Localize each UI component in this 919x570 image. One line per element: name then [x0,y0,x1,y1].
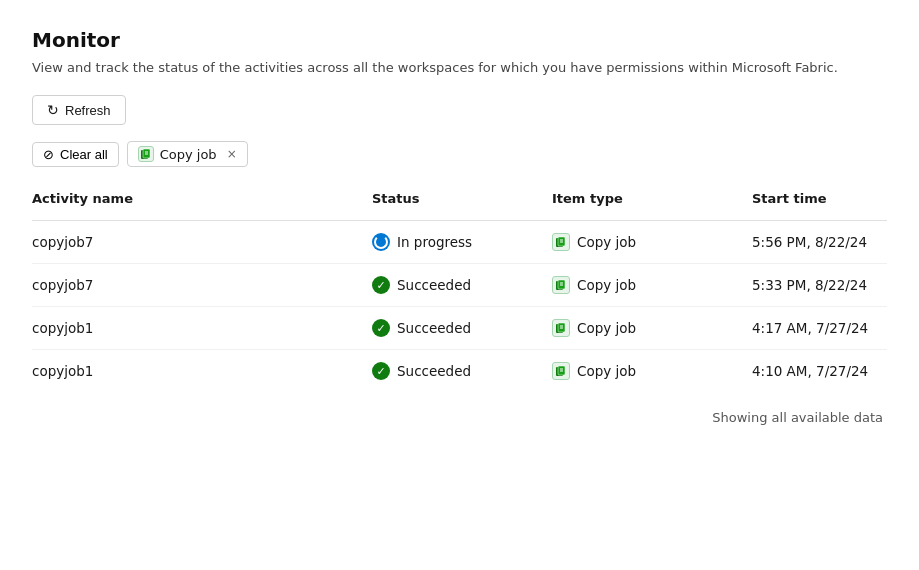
status-label: Succeeded [397,277,471,293]
succeeded-icon: ✓ [372,276,390,294]
activity-name-cell: copyjob7 [32,277,372,293]
page-title: Monitor [32,28,887,52]
status-cell: ✓Succeeded [372,276,552,294]
refresh-button[interactable]: ↻ Refresh [32,95,126,125]
status-cell: ✓Succeeded [372,319,552,337]
item-type-label: Copy job [577,234,636,250]
start-time-cell: 5:33 PM, 8/22/24 [752,277,919,293]
chip-label: Copy job [160,147,217,162]
copy-job-icon [552,276,570,294]
copy-job-filter-chip[interactable]: Copy job × [127,141,248,167]
toolbar: ↻ Refresh [32,95,887,125]
clear-all-label: Clear all [60,147,108,162]
header-status: Status [372,185,552,212]
table-row[interactable]: copyjob1✓Succeeded Copy job4:17 AM, 7/27… [32,307,887,350]
item-type-cell: Copy job [552,276,752,294]
item-type-cell: Copy job [552,362,752,380]
table-row[interactable]: copyjob7In progress Copy job5:56 PM, 8/2… [32,221,887,264]
header-item-type: Item type [552,185,752,212]
succeeded-icon: ✓ [372,362,390,380]
copy-job-icon [552,233,570,251]
page-container: Monitor View and track the status of the… [0,0,919,570]
table-row[interactable]: copyjob1✓Succeeded Copy job4:10 AM, 7/27… [32,350,887,392]
status-label: In progress [397,234,472,250]
table-header: Activity name Status Item type Start tim… [32,185,887,221]
footer-text: Showing all available data [32,410,887,425]
status-cell: In progress [372,233,552,251]
clear-all-button[interactable]: ⊘ Clear all [32,142,119,167]
status-label: Succeeded [397,363,471,379]
chip-close-button[interactable]: × [227,148,237,160]
activity-name-cell: copyjob1 [32,363,372,379]
copy-job-icon [552,319,570,337]
refresh-icon: ↻ [47,102,59,118]
item-type-label: Copy job [577,363,636,379]
start-time-cell: 4:10 AM, 7/27/24 [752,363,919,379]
succeeded-icon: ✓ [372,319,390,337]
header-activity-name: Activity name [32,185,372,212]
copy-job-icon [552,362,570,380]
table-body: copyjob7In progress Copy job5:56 PM, 8/2… [32,221,887,392]
item-type-label: Copy job [577,320,636,336]
item-type-cell: Copy job [552,319,752,337]
activity-table: Activity name Status Item type Start tim… [32,185,887,425]
status-cell: ✓Succeeded [372,362,552,380]
start-time-cell: 5:56 PM, 8/22/24 [752,234,919,250]
header-start-time: Start time [752,185,919,212]
clear-icon: ⊘ [43,147,54,162]
activity-name-cell: copyjob7 [32,234,372,250]
refresh-label: Refresh [65,103,111,118]
status-label: Succeeded [397,320,471,336]
page-subtitle: View and track the status of the activit… [32,60,887,75]
item-type-label: Copy job [577,277,636,293]
copy-job-chip-icon [138,146,154,162]
in-progress-icon [372,233,390,251]
activity-name-cell: copyjob1 [32,320,372,336]
start-time-cell: 4:17 AM, 7/27/24 [752,320,919,336]
item-type-cell: Copy job [552,233,752,251]
table-row[interactable]: copyjob7✓Succeeded Copy job5:33 PM, 8/22… [32,264,887,307]
filter-bar: ⊘ Clear all Copy job × [32,141,887,167]
